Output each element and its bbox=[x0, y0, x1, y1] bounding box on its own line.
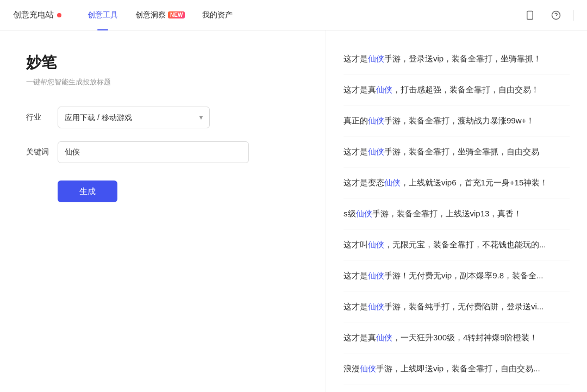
result-item[interactable]: s级仙侠手游，装备全靠打，上线送vip13，真香！ bbox=[344, 198, 570, 229]
result-item[interactable]: 这才是真仙侠，一天狂升300级，4转封神爆9阶橙装！ bbox=[344, 322, 570, 353]
main-content: 妙笔 一键帮您智能生成投放标题 行业 应用下载 / 移动游戏电商教育金融游戏 ▼… bbox=[0, 30, 587, 392]
keyword-highlight: 仙侠 bbox=[384, 178, 401, 187]
logo-dot bbox=[57, 13, 61, 17]
result-item[interactable]: 这才是仙侠手游，装备纯手打，无付费陷阱，登录送vi... bbox=[344, 291, 570, 322]
page-subtitle: 一键帮您智能生成投放标题 bbox=[26, 77, 299, 87]
result-item[interactable]: 这才是仙侠手游，1天满级，装备全靠打！ bbox=[344, 384, 570, 392]
generate-button[interactable]: 生成 bbox=[58, 181, 117, 202]
keyword-highlight: 仙侠 bbox=[368, 302, 384, 311]
header: 创意充电站 创意工具创意洞察NEW我的资产 bbox=[0, 0, 587, 30]
nav-badge: NEW bbox=[168, 11, 185, 18]
keyword-highlight: 仙侠 bbox=[368, 116, 384, 125]
industry-select-wrapper: 应用下载 / 移动游戏电商教育金融游戏 ▼ bbox=[58, 107, 210, 128]
nav-item-创意洞察[interactable]: 创意洞察NEW bbox=[127, 0, 193, 30]
right-panel: 这才是仙侠手游，登录送vip，装备全靠打，坐骑靠抓！这才是真仙侠，打击感超强，装… bbox=[326, 30, 587, 392]
header-actions bbox=[521, 7, 574, 24]
keyword-input[interactable] bbox=[58, 141, 249, 163]
left-panel: 妙笔 一键帮您智能生成投放标题 行业 应用下载 / 移动游戏电商教育金融游戏 ▼… bbox=[0, 30, 326, 392]
keyword-highlight: 仙侠 bbox=[376, 85, 392, 94]
keyword-highlight: 仙侠 bbox=[368, 54, 384, 63]
keyword-highlight: 仙侠 bbox=[376, 333, 392, 342]
keyword-highlight: 仙侠 bbox=[356, 209, 372, 218]
phone-icon-button[interactable] bbox=[521, 7, 539, 24]
keyword-highlight: 仙侠 bbox=[360, 364, 376, 373]
main-nav: 创意工具创意洞察NEW我的资产 bbox=[79, 0, 521, 30]
result-item[interactable]: 这才是仙侠手游，装备全靠打，坐骑全靠抓，自由交易 bbox=[344, 136, 570, 167]
page-title: 妙笔 bbox=[26, 52, 299, 73]
result-item[interactable]: 浪漫仙侠手游，上线即送vip，装备全靠打，自由交易... bbox=[344, 353, 570, 384]
result-item[interactable]: 这才叫仙侠，无限元宝，装备全靠打，不花钱也能玩的... bbox=[344, 229, 570, 260]
header-divider bbox=[573, 10, 574, 21]
keyword-label: 关键词 bbox=[26, 147, 49, 157]
keyword-highlight: 仙侠 bbox=[368, 240, 384, 249]
keyword-highlight: 仙侠 bbox=[368, 271, 384, 280]
industry-form-row: 行业 应用下载 / 移动游戏电商教育金融游戏 ▼ bbox=[26, 107, 299, 128]
logo-text: 创意充电站 bbox=[13, 10, 54, 20]
nav-item-我的资产[interactable]: 我的资产 bbox=[193, 0, 241, 30]
nav-item-创意工具[interactable]: 创意工具 bbox=[79, 0, 127, 30]
result-item[interactable]: 这才是真仙侠，打击感超强，装备全靠打，自由交易！ bbox=[344, 74, 570, 105]
logo[interactable]: 创意充电站 bbox=[13, 10, 61, 20]
industry-select[interactable]: 应用下载 / 移动游戏电商教育金融游戏 bbox=[58, 107, 210, 128]
keyword-form-row: 关键词 bbox=[26, 141, 299, 163]
industry-label: 行业 bbox=[26, 113, 49, 122]
keyword-highlight: 仙侠 bbox=[368, 147, 384, 156]
help-icon-button[interactable] bbox=[547, 7, 565, 24]
svg-rect-0 bbox=[527, 11, 533, 19]
result-item[interactable]: 这才是变态仙侠，上线就送vip6，首充1元一身+15神装！ bbox=[344, 167, 570, 198]
result-item[interactable]: 真正的仙侠手游，装备全靠打，渡劫战力暴涨99w+！ bbox=[344, 105, 570, 136]
result-item[interactable]: 这才是仙侠手游，登录送vip，装备全靠打，坐骑靠抓！ bbox=[344, 43, 570, 74]
result-item[interactable]: 这才是仙侠手游！无付费无vip，副本爆率9.8，装备全... bbox=[344, 260, 570, 291]
